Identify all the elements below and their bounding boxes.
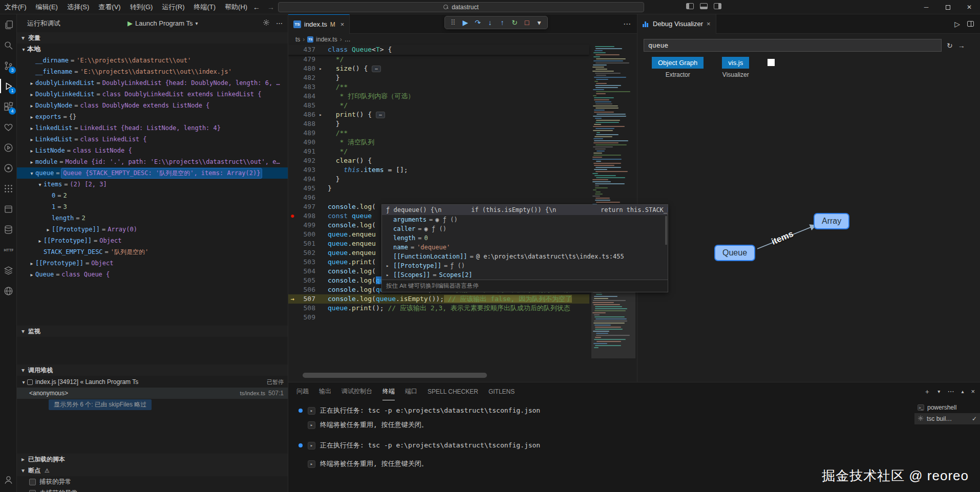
gutter[interactable]: 437 — [288, 45, 324, 54]
breakpoint-icon[interactable]: ● — [288, 211, 296, 221]
close-panel-icon[interactable]: × — [971, 388, 975, 395]
refresh-icon[interactable]: ↻ — [947, 41, 953, 50]
horizontal-scrollbar[interactable] — [303, 373, 487, 378]
menu-运行(R)[interactable]: 运行(R) — [157, 0, 189, 14]
extractor-button[interactable]: Object Graph — [652, 57, 704, 69]
open-in-editor-icon[interactable]: → — [958, 41, 965, 50]
tab-debug-visualizer[interactable]: Debug Visualizer × — [637, 14, 716, 34]
gutter[interactable]: 506 — [288, 285, 324, 294]
hover-property-name[interactable]: name='dequeue' — [382, 243, 668, 252]
hover-property-[[FunctionLocation]][interactable]: [[FunctionLocation]]=@ e:\projects\datas… — [382, 252, 668, 261]
checkbox[interactable] — [29, 490, 36, 492]
more-actions-icon[interactable]: ⋯ — [947, 388, 954, 395]
menu-文件(F)[interactable]: 文件(F) — [0, 0, 31, 14]
menu-终端(T)[interactable]: 终端(T) — [189, 0, 220, 14]
tab-index-ts[interactable]: TS index.ts M × — [288, 14, 350, 34]
variable-row-[[Prototype]][interactable]: ▸[[Prototype]]=Object — [17, 235, 288, 246]
gutter[interactable]: 505 — [288, 276, 324, 285]
code-line-496[interactable]: 496 — [288, 193, 589, 202]
activitybar-run-and-debug[interactable]: 1 — [0, 76, 17, 96]
panel-tab-终端[interactable]: 终端 — [382, 382, 395, 400]
activitybar-heart[interactable] — [0, 117, 17, 137]
gutter[interactable]: 509 — [288, 313, 324, 322]
gutter[interactable]: 483 — [288, 82, 324, 92]
code-line-493[interactable]: 493 this.items = []; — [288, 165, 589, 175]
variable-row-__dirname[interactable]: __dirname='E:\\projects\\datastruct\\out… — [17, 55, 288, 66]
code-line-484[interactable]: 484 * 打印队列内容（可选） — [288, 92, 589, 101]
drag-grip-icon[interactable]: ⠿ — [448, 17, 459, 28]
menu-选择(S)[interactable]: 选择(S) — [62, 0, 94, 14]
activitybar-layers[interactable] — [0, 260, 17, 281]
panel-tab-调试控制台[interactable]: 调试控制台 — [342, 382, 372, 400]
command-center[interactable]: datastruct — [278, 2, 644, 12]
variable-row-__filename[interactable]: __filename='E:\\projects\\datastruct\\ou… — [17, 66, 288, 77]
activitybar-explorer[interactable] — [0, 14, 17, 35]
toggle-sidebar-icon[interactable] — [686, 3, 694, 9]
watch-section-header[interactable]: ▾ 监视 — [17, 326, 288, 337]
maximize-panel-icon[interactable]: ▴ — [961, 389, 964, 394]
activitybar-record[interactable] — [0, 158, 17, 178]
menu-查看(V)[interactable]: 查看(V) — [94, 0, 125, 14]
checkbox[interactable] — [29, 479, 36, 485]
code-line-486[interactable]: 486▸ print() { ⋯ — [288, 110, 589, 119]
step-over-icon[interactable]: ↷ — [472, 17, 483, 28]
graph-node-queue[interactable]: Queue — [714, 245, 755, 261]
terminal-tab-tsc buil…[interactable]: tsc buil…✓ — [914, 413, 980, 424]
visualizer-button[interactable]: vis.js — [722, 57, 749, 69]
launch-config-dropdown[interactable]: ▶ Launch Program Ts ▾ — [127, 19, 198, 27]
variable-row-DoublyNode[interactable]: ▸DoublyNode=class DoublyNode extends Lis… — [17, 100, 288, 111]
activitybar-extensions[interactable]: 4 — [0, 96, 17, 117]
code-line-491[interactable]: 491 */ — [288, 147, 589, 156]
loaded-scripts-section-header[interactable]: ▸ 已加载的脚本 — [17, 454, 288, 465]
gutter[interactable]: 494 — [288, 175, 324, 184]
maximize-button[interactable] — [937, 0, 958, 14]
gutter[interactable]: 504 — [288, 267, 324, 276]
split-editor-icon[interactable] — [967, 21, 974, 27]
panel-tab-输出[interactable]: 输出 — [319, 382, 331, 400]
code-line-492[interactable]: 492 clear() { — [288, 156, 589, 165]
close-tab-icon[interactable]: × — [340, 20, 345, 28]
gutter[interactable]: 500 — [288, 230, 324, 239]
terminal-tab-powershell[interactable]: >_powershell — [914, 402, 980, 413]
activitybar-apps-grid[interactable] — [0, 178, 17, 199]
breakpoint-row-0[interactable]: 捕获的异常 — [17, 476, 288, 487]
gutter[interactable]: 485 — [288, 101, 324, 110]
gutter[interactable]: 495 — [288, 184, 324, 193]
gutter[interactable]: 492 — [288, 156, 324, 165]
gutter[interactable]: ●498 — [288, 211, 324, 221]
variable-row-[[Prototype]][interactable]: ▸[[Prototype]]=Object — [17, 258, 288, 269]
code-line-483[interactable]: 483 /** — [288, 82, 589, 92]
hover-property-length[interactable]: length=0 — [382, 233, 668, 243]
activitybar-search[interactable] — [0, 35, 17, 55]
close-tab-icon[interactable]: × — [707, 20, 711, 28]
variable-row-doublyLinkedList[interactable]: ▸doublyLinkedList=DoublyLinkedList {head… — [17, 77, 288, 89]
panel-tab-SPELL CHECKER[interactable]: SPELL CHECKER — [428, 382, 478, 400]
run-icon[interactable]: ▷ — [954, 20, 960, 28]
panel-tab-问题[interactable]: 问题 — [296, 382, 309, 400]
minimize-button[interactable]: ─ — [915, 0, 937, 14]
variable-row-Queue[interactable]: ▸Queue=class Queue { — [17, 269, 288, 280]
gutter[interactable]: 488 — [288, 119, 324, 129]
variable-row-DoublyLinkedList[interactable]: ▸DoublyLinkedList=class DoublyLinkedList… — [17, 89, 288, 100]
sticky-line-437[interactable]: 437class Queue<T> { — [288, 45, 589, 54]
menu-编辑(E)[interactable]: 编辑(E) — [31, 0, 62, 14]
gutter[interactable]: →507 — [288, 294, 324, 304]
skipfiles-note[interactable]: 显示另外 6 个: 已由 skipFiles 略过 — [49, 399, 152, 410]
continue-icon[interactable]: ▶ — [460, 17, 471, 28]
gutter[interactable]: 479 — [288, 55, 324, 64]
gutter[interactable]: 496 — [288, 193, 324, 202]
session-chevron-icon[interactable]: ▾ — [534, 17, 545, 28]
gutter[interactable]: 490 — [288, 138, 324, 147]
code-line-509[interactable]: 509 — [288, 313, 589, 322]
step-into-icon[interactable]: ↓ — [484, 17, 496, 28]
gutter[interactable]: 486▸ — [288, 110, 324, 119]
variable-row-exports[interactable]: ▸exports={} — [17, 111, 288, 122]
variable-row-module[interactable]: ▸module=Module {id: '.', path: 'E:\\proj… — [17, 156, 288, 167]
menu-帮助(H)[interactable]: 帮助(H) — [220, 0, 252, 14]
code-line-489[interactable]: 489 /** — [288, 129, 589, 138]
hover-property-arguments[interactable]: arguments=◉ ƒ () — [382, 215, 668, 224]
variable-row-items[interactable]: ▾items=(2) [2, 3] — [17, 179, 288, 190]
variables-section-header[interactable]: ▾ 变量 — [17, 32, 288, 44]
code-line-495[interactable]: 495} — [288, 184, 589, 193]
activitybar-globe[interactable] — [0, 281, 17, 301]
